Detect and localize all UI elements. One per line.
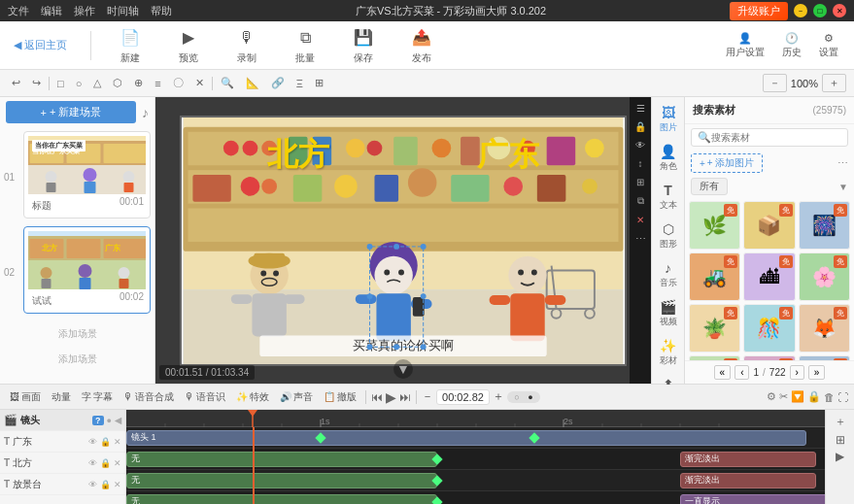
toolbar-preview[interactable]: ▶ 预览: [169, 26, 208, 65]
menu-edit[interactable]: 编辑: [41, 4, 62, 18]
canvas-tool-move[interactable]: ↕: [638, 158, 643, 169]
add-image-button[interactable]: + + 添加图片: [691, 153, 763, 173]
asset-item-12[interactable]: 🔥免: [799, 355, 850, 360]
asset-item-2[interactable]: 📦免: [743, 201, 795, 250]
tl-right-collapse-btn[interactable]: ▶: [836, 450, 844, 463]
filter-arrow-icon[interactable]: ▼: [838, 182, 848, 192]
rsb-video[interactable]: 🎬 视频: [654, 295, 683, 332]
sec-hex[interactable]: ⬡: [109, 75, 126, 91]
sec-link[interactable]: 🔗: [267, 75, 289, 91]
assets-more-button[interactable]: ⋯: [837, 157, 848, 170]
sec-layers[interactable]: ⊞: [311, 75, 327, 91]
asset-item-11[interactable]: 🎋免: [743, 355, 795, 360]
menu-help[interactable]: 帮助: [151, 4, 172, 18]
tl-filter-btn[interactable]: 🔽: [791, 390, 804, 403]
tl-end-btn[interactable]: ⏭: [399, 390, 411, 404]
sec-circle[interactable]: ○: [72, 76, 86, 91]
tl-fullscreen-btn[interactable]: ⛶: [837, 391, 848, 403]
rsb-shape[interactable]: ⬡ 图形: [654, 218, 683, 254]
page-next-button[interactable]: ›: [790, 365, 804, 380]
sec-zoom-fit[interactable]: 🔍: [217, 75, 238, 91]
back-home-button[interactable]: ◀ 返回主页: [10, 36, 71, 54]
rsb-character[interactable]: 👤 角色: [654, 140, 683, 177]
settings-button[interactable]: ⚙ 设置: [813, 29, 844, 62]
guangdong-block[interactable]: 无: [126, 452, 437, 467]
canvas-tool-more[interactable]: ⋯: [635, 233, 646, 246]
sec-x[interactable]: ✕: [191, 75, 208, 91]
tl-picture-btn[interactable]: 🖼 画面: [6, 388, 45, 406]
sec-rect[interactable]: □: [53, 76, 68, 91]
scene-item-02[interactable]: 北方 广东 试试 00:02: [23, 226, 151, 314]
canvas-tool-eye[interactable]: 👁: [635, 140, 645, 151]
zoom-in-button[interactable]: ＋: [822, 74, 846, 92]
rsb-effect[interactable]: ✨ 彩材: [654, 334, 683, 371]
asset-item-6[interactable]: 🌸免: [799, 252, 850, 301]
tl-delete-btn[interactable]: 🗑: [824, 391, 835, 403]
canvas-tool-lock[interactable]: 🔒: [634, 121, 646, 132]
tl-effect-btn[interactable]: ✨ 特效: [232, 388, 273, 406]
canvas-tool-select[interactable]: ☰: [636, 103, 645, 114]
asset-item-5[interactable]: 🏙免: [743, 252, 795, 301]
sec-oval[interactable]: 〇: [169, 74, 188, 92]
toolbar-save[interactable]: 💾 保存: [344, 26, 383, 65]
sec-triangle[interactable]: △: [89, 75, 105, 91]
toolbar-new[interactable]: 📄 新建: [111, 26, 150, 65]
zoom-out-button[interactable]: －: [763, 74, 787, 92]
north-right-block[interactable]: 渐完淡出: [680, 473, 816, 488]
canvas-tool-copy[interactable]: ⧉: [637, 195, 644, 207]
menu-file[interactable]: 文件: [8, 4, 29, 18]
camera-track-ctrl-1[interactable]: ●: [107, 416, 112, 425]
minimize-button[interactable]: －: [794, 4, 807, 17]
backdrop-lock-btn[interactable]: 🔒: [100, 480, 111, 489]
canvas-frame[interactable]: 北方 广东 买菜真的论价买啊: [180, 116, 627, 366]
rsb-image[interactable]: 🖼 图片: [654, 101, 683, 138]
gd-del-btn[interactable]: ✕: [114, 437, 121, 447]
backdrop-del-btn[interactable]: ✕: [114, 480, 121, 489]
north-del-btn[interactable]: ✕: [114, 458, 121, 468]
tl-lock-btn[interactable]: 🔒: [807, 390, 821, 403]
asset-item-10[interactable]: 🏡免: [689, 355, 740, 360]
tl-cut-btn[interactable]: ✂: [779, 390, 788, 403]
add-scene-placeholder-2[interactable]: 添加场景: [4, 347, 151, 372]
tl-version-btn[interactable]: 📋 撤版: [320, 388, 360, 406]
toolbar-record[interactable]: 🎙 录制: [227, 26, 266, 65]
asset-item-4[interactable]: 🚜免: [689, 252, 740, 301]
toolbar-batch[interactable]: ⧉ 批量: [286, 26, 325, 65]
sec-undo[interactable]: ↩: [8, 75, 24, 91]
add-scene-button[interactable]: + + 新建场景: [6, 101, 136, 123]
north-block[interactable]: 无: [126, 473, 437, 488]
asset-item-7[interactable]: 🪴免: [689, 304, 740, 353]
page-prev-button[interactable]: ‹: [734, 365, 749, 380]
asset-item-3[interactable]: 🎆免: [799, 201, 850, 250]
gd-eye-btn[interactable]: 👁: [88, 437, 97, 447]
tl-start-btn[interactable]: ⏮: [371, 390, 383, 404]
camera-track-ctrl-2[interactable]: ◀: [115, 416, 121, 425]
backdrop-eye-btn[interactable]: 👁: [88, 480, 97, 489]
tl-tts-btn[interactable]: 🎙 语音合成: [120, 388, 178, 406]
tl-zoom-out[interactable]: －: [422, 388, 433, 405]
music-icon[interactable]: ♪: [142, 105, 149, 120]
sec-align[interactable]: 📐: [242, 75, 263, 91]
asset-item-9[interactable]: 🦊免: [799, 304, 850, 353]
canvas-tool-align[interactable]: ⊞: [636, 177, 644, 187]
user-settings-button[interactable]: 👤 用户设置: [720, 29, 770, 62]
sec-plus[interactable]: ⊕: [130, 75, 147, 91]
tl-play-btn[interactable]: ▶: [386, 389, 396, 405]
tl-motion-btn[interactable]: 动量: [48, 388, 75, 406]
tl-right-add-btn[interactable]: ＋: [835, 414, 846, 430]
tl-settings-btn[interactable]: ⚙: [767, 390, 776, 403]
gd-lock-btn[interactable]: 🔒: [100, 437, 111, 447]
asset-item-1[interactable]: 🌿免: [689, 201, 740, 250]
upgrade-button[interactable]: 升级账户: [730, 2, 788, 20]
backdrop-right-block[interactable]: 一直显示: [680, 494, 825, 505]
search-input[interactable]: [711, 132, 841, 143]
sec-lines[interactable]: ≡: [151, 76, 164, 91]
maximize-button[interactable]: □: [813, 4, 827, 17]
tl-right-fit-btn[interactable]: ⊞: [836, 433, 845, 447]
sec-grid[interactable]: Ξ: [292, 76, 307, 91]
page-first-button[interactable]: «: [714, 365, 732, 380]
canvas-nav-arrow[interactable]: ▼: [393, 359, 413, 379]
menu-operate[interactable]: 操作: [74, 4, 95, 18]
north-eye-btn[interactable]: 👁: [88, 458, 97, 468]
camera-block[interactable]: 镜头 1: [126, 430, 806, 446]
